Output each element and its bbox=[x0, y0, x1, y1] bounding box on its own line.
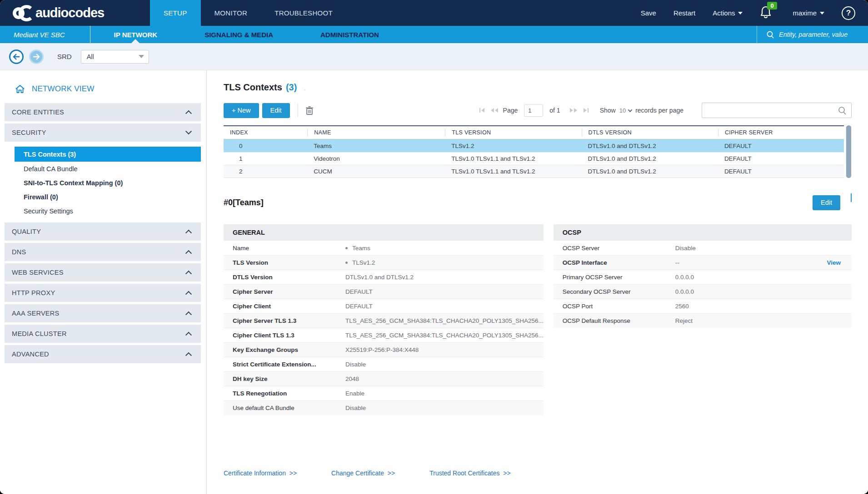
cell-name: CUCM bbox=[307, 168, 445, 175]
column-header-tls-version[interactable]: TLS VERSION bbox=[445, 128, 581, 137]
scrollbar-thumb[interactable] bbox=[846, 125, 851, 178]
help-icon[interactable]: ? bbox=[842, 6, 855, 20]
sidebar-section-advanced[interactable]: ADVANCED bbox=[5, 345, 201, 363]
tab-monitor[interactable]: MONITOR bbox=[201, 0, 261, 26]
page-size-value: 10 bbox=[619, 107, 626, 114]
table-search-box bbox=[702, 103, 852, 118]
detail-row: Cipher Client DEFAULT bbox=[224, 299, 544, 313]
sidebar-section-aaa-servers[interactable]: AAA SERVERS bbox=[5, 304, 201, 322]
delete-button[interactable] bbox=[305, 106, 314, 115]
cell-tls-version: TLSv1.0 TLSv1.1 and TLSv1.2 bbox=[445, 168, 581, 175]
first-page-icon[interactable] bbox=[478, 108, 486, 113]
detail-row: Cipher Server TLS 1.3 TLS_AES_256_GCM_SH… bbox=[224, 313, 544, 328]
forward-button[interactable] bbox=[29, 49, 44, 64]
sidebar-section-quality[interactable]: QUALITY bbox=[5, 222, 201, 241]
certificate-information-link[interactable]: Certificate Information >> bbox=[224, 469, 297, 477]
page-title: TLS Contexts bbox=[224, 82, 282, 93]
table-row[interactable]: 0 Teams TLSv1.2 DTLSv1.0 and DTLSv1.2 DE… bbox=[224, 139, 844, 152]
sidebar-item-default-ca-bundle[interactable]: Default CA Bundle bbox=[5, 162, 201, 176]
sidebar-item-sni-to-tls-mapping[interactable]: SNI-to-TLS Context Mapping (0) bbox=[5, 176, 201, 190]
detail-row: Primary OCSP Server 0.0.0.0 bbox=[554, 270, 852, 284]
menu-item-signaling-media[interactable]: SIGNALING & MEDIA bbox=[181, 26, 297, 43]
sidebar-section-dns[interactable]: DNS bbox=[5, 243, 201, 261]
sidebar-section-web-services[interactable]: WEB SERVICES bbox=[5, 263, 201, 282]
column-header-index[interactable]: INDEX bbox=[224, 128, 307, 137]
change-certificate-link[interactable]: Change Certificate >> bbox=[331, 469, 395, 477]
trash-icon bbox=[305, 106, 314, 115]
detail-row: TLS Version TLSv1.2 bbox=[224, 255, 544, 270]
view-link[interactable]: View bbox=[827, 259, 841, 266]
sidebar-item-tls-contexts[interactable]: TLS Contexts (3) bbox=[15, 147, 201, 162]
arrow-right-icon bbox=[33, 54, 40, 60]
column-header-name[interactable]: NAME bbox=[307, 128, 445, 137]
user-menu-button[interactable]: maxime bbox=[793, 9, 824, 17]
sidebar-section-http-proxy[interactable]: HTTP PROXY bbox=[5, 284, 201, 302]
tab-troubleshoot[interactable]: TROUBLESHOOT bbox=[261, 0, 346, 26]
chevron-up-icon bbox=[185, 250, 192, 257]
top-navbar: audiocodes SETUP MONITOR TROUBLESHOOT Sa… bbox=[0, 0, 868, 26]
save-button[interactable]: Save bbox=[641, 9, 656, 17]
notifications-button[interactable]: 0 bbox=[760, 5, 775, 21]
chevron-up-icon bbox=[185, 352, 192, 359]
cell-index: 2 bbox=[224, 168, 307, 175]
table-scrollbar[interactable] bbox=[846, 125, 852, 178]
table-row[interactable]: 2 CUCM TLSv1.0 TLSv1.1 and TLSv1.2 DTLSv… bbox=[224, 165, 844, 178]
sidebar-section-media-cluster[interactable]: MEDIA CLUSTER bbox=[5, 325, 201, 343]
chevron-down-icon bbox=[628, 108, 633, 112]
column-header-dtls-version[interactable]: DTLS VERSION bbox=[582, 128, 718, 137]
menu-item-administration[interactable]: ADMINISTRATION bbox=[297, 26, 403, 43]
show-label: Show bbox=[600, 107, 616, 114]
srd-toolbar: SRD All bbox=[0, 43, 868, 70]
detail-row: Cipher Client TLS 1.3 TLS_AES_256_GCM_SH… bbox=[224, 328, 544, 342]
global-search-input[interactable] bbox=[779, 31, 865, 38]
detail-collapse-button[interactable] bbox=[851, 193, 852, 202]
prev-page-icon[interactable] bbox=[489, 108, 499, 113]
detail-row: Strict Certificate Extension... Disable bbox=[224, 357, 544, 371]
last-page-icon[interactable] bbox=[582, 108, 590, 113]
tls-contexts-table: INDEX NAME TLS VERSION DTLS VERSION CIPH… bbox=[224, 125, 844, 178]
table-search-input[interactable] bbox=[707, 107, 838, 114]
sidebar-section-security[interactable]: SECURITY bbox=[5, 124, 201, 142]
back-button[interactable] bbox=[9, 49, 24, 64]
table-actions-row: + New Edit bbox=[224, 103, 852, 118]
tab-setup[interactable]: SETUP bbox=[150, 0, 201, 26]
home-icon bbox=[15, 84, 25, 94]
cell-name: Videotron bbox=[307, 155, 445, 162]
sidebar-section-core-entities[interactable]: CORE ENTITIES bbox=[5, 103, 201, 121]
records-per-page-label: records per page bbox=[635, 107, 683, 114]
detail-edit-button[interactable]: Edit bbox=[813, 195, 840, 210]
network-view-link[interactable]: NETWORK VIEW bbox=[0, 81, 206, 103]
cell-cipher-server: DEFAULT bbox=[718, 155, 844, 162]
sidebar-item-firewall[interactable]: Firewall (0) bbox=[5, 190, 201, 204]
page-size-dropdown[interactable]: 10 bbox=[619, 107, 632, 114]
general-panel-title: GENERAL bbox=[224, 224, 544, 241]
menu-navbar: Mediant VE SBC IP NETWORK SIGNALING & ME… bbox=[0, 26, 868, 43]
detail-row: TLS Renegotiation Enable bbox=[224, 386, 544, 400]
divider bbox=[298, 104, 298, 117]
chevron-up-icon bbox=[185, 332, 192, 338]
actions-menu-button[interactable]: Actions bbox=[713, 9, 743, 17]
detail-row: DH key Size 2048 bbox=[224, 371, 544, 386]
restart-button[interactable]: Restart bbox=[673, 9, 695, 17]
detail-row: Use default CA Bundle Disable bbox=[224, 400, 544, 415]
notification-badge: 0 bbox=[767, 2, 777, 10]
page-number-input[interactable] bbox=[524, 104, 543, 117]
tls-contexts-table-zone: INDEX NAME TLS VERSION DTLS VERSION CIPH… bbox=[224, 125, 852, 178]
new-button[interactable]: + New bbox=[224, 103, 259, 118]
top-actions: Save Restart Actions 0 maxime ? bbox=[641, 0, 868, 26]
srd-dropdown[interactable]: All bbox=[81, 50, 149, 64]
next-page-icon[interactable] bbox=[569, 108, 579, 113]
title-dot: . bbox=[304, 85, 306, 92]
detail-row: OCSP Port 2560 bbox=[554, 299, 852, 313]
trusted-root-certificates-link[interactable]: Trusted Root Certificates >> bbox=[429, 469, 510, 477]
cell-tls-version: TLSv1.2 bbox=[445, 143, 581, 149]
srd-label: SRD bbox=[57, 53, 72, 60]
edit-button[interactable]: Edit bbox=[262, 103, 290, 118]
column-header-cipher-server[interactable]: CIPHER SERVER bbox=[718, 128, 844, 137]
sidebar-item-security-settings[interactable]: Security Settings bbox=[5, 204, 201, 218]
menu-item-ip-network[interactable]: IP NETWORK bbox=[90, 26, 181, 43]
modified-bullet-icon bbox=[345, 247, 348, 249]
active-menu-pointer bbox=[131, 39, 140, 44]
table-row[interactable]: 1 Videotron TLSv1.0 TLSv1.1 and TLSv1.2 … bbox=[224, 152, 844, 165]
main-panel: TLS Contexts (3) . + New Edit bbox=[207, 70, 868, 494]
